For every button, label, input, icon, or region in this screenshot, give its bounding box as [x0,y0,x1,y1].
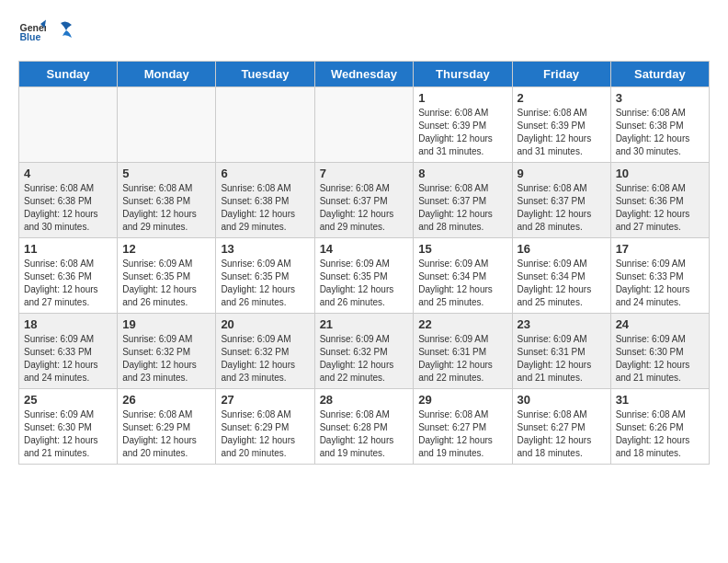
cell-info: Sunrise: 6:09 AMSunset: 6:33 PMDaylight:… [24,333,112,385]
day-number: 4 [24,167,112,180]
calendar-cell: 22Sunrise: 6:09 AMSunset: 6:31 PMDayligh… [414,314,512,389]
weekday-header-thursday: Thursday [414,62,512,87]
calendar-cell: 5Sunrise: 6:08 AMSunset: 6:38 PMDaylight… [118,163,216,238]
cell-info: Sunrise: 6:09 AMSunset: 6:32 PMDaylight:… [221,333,309,385]
day-number: 27 [221,393,309,407]
calendar-week-4: 18Sunrise: 6:09 AMSunset: 6:33 PMDayligh… [19,314,710,389]
weekday-header-row: SundayMondayTuesdayWednesdayThursdayFrid… [19,62,710,87]
cell-info: Sunrise: 6:09 AMSunset: 6:35 PMDaylight:… [221,258,309,309]
calendar-cell: 23Sunrise: 6:09 AMSunset: 6:31 PMDayligh… [512,314,610,389]
weekday-header-wednesday: Wednesday [314,62,414,87]
cell-info: Sunrise: 6:09 AMSunset: 6:32 PMDaylight:… [122,333,210,385]
calendar-cell: 14Sunrise: 6:09 AMSunset: 6:35 PMDayligh… [314,238,414,314]
cell-info: Sunrise: 6:08 AMSunset: 6:38 PMDaylight:… [24,182,112,234]
day-number: 21 [320,317,409,331]
calendar-cell [216,87,314,163]
day-number: 29 [418,393,506,407]
logo-icon: General Blue [18,18,46,46]
weekday-header-saturday: Saturday [610,62,709,87]
calendar-cell: 16Sunrise: 6:09 AMSunset: 6:34 PMDayligh… [512,238,610,314]
calendar-cell: 4Sunrise: 6:08 AMSunset: 6:38 PMDaylight… [19,163,118,238]
calendar-cell: 8Sunrise: 6:08 AMSunset: 6:37 PMDaylight… [414,163,512,238]
day-number: 3 [616,91,704,105]
cell-info: Sunrise: 6:08 AMSunset: 6:37 PMDaylight:… [418,182,506,234]
calendar-table: SundayMondayTuesdayWednesdayThursdayFrid… [18,61,710,465]
cell-info: Sunrise: 6:09 AMSunset: 6:35 PMDaylight:… [122,258,210,309]
cell-info: Sunrise: 6:08 AMSunset: 6:27 PMDaylight:… [418,408,506,460]
calendar-cell: 30Sunrise: 6:08 AMSunset: 6:27 PMDayligh… [512,389,610,465]
day-number: 17 [616,242,704,256]
calendar-cell: 25Sunrise: 6:09 AMSunset: 6:30 PMDayligh… [19,389,118,465]
cell-info: Sunrise: 6:08 AMSunset: 6:29 PMDaylight:… [122,408,210,460]
calendar-cell: 11Sunrise: 6:08 AMSunset: 6:36 PMDayligh… [19,238,118,314]
day-number: 5 [122,167,210,180]
logo-bird-icon [53,19,74,45]
cell-info: Sunrise: 6:09 AMSunset: 6:32 PMDaylight:… [320,333,409,385]
day-number: 1 [418,91,506,105]
calendar-cell: 19Sunrise: 6:09 AMSunset: 6:32 PMDayligh… [118,314,216,389]
cell-info: Sunrise: 6:08 AMSunset: 6:27 PMDaylight:… [518,408,606,460]
day-number: 13 [221,242,309,256]
day-number: 19 [122,317,210,331]
cell-info: Sunrise: 6:08 AMSunset: 6:37 PMDaylight:… [518,182,606,234]
day-number: 11 [24,242,112,256]
weekday-header-friday: Friday [512,62,610,87]
cell-info: Sunrise: 6:08 AMSunset: 6:26 PMDaylight:… [616,408,704,460]
day-number: 6 [221,167,309,180]
calendar-cell: 27Sunrise: 6:08 AMSunset: 6:29 PMDayligh… [216,389,314,465]
logo: General Blue [18,18,74,46]
calendar-cell: 6Sunrise: 6:08 AMSunset: 6:38 PMDaylight… [216,163,314,238]
day-number: 18 [24,317,112,331]
calendar-cell: 29Sunrise: 6:08 AMSunset: 6:27 PMDayligh… [414,389,512,465]
calendar-cell: 1Sunrise: 6:08 AMSunset: 6:39 PMDaylight… [414,87,512,163]
cell-info: Sunrise: 6:09 AMSunset: 6:34 PMDaylight:… [518,258,606,309]
cell-info: Sunrise: 6:08 AMSunset: 6:38 PMDaylight:… [122,182,210,234]
calendar-cell: 10Sunrise: 6:08 AMSunset: 6:36 PMDayligh… [610,163,709,238]
calendar-cell: 15Sunrise: 6:09 AMSunset: 6:34 PMDayligh… [414,238,512,314]
calendar-week-1: 1Sunrise: 6:08 AMSunset: 6:39 PMDaylight… [19,87,710,163]
cell-info: Sunrise: 6:08 AMSunset: 6:28 PMDaylight:… [320,408,409,460]
calendar-cell: 7Sunrise: 6:08 AMSunset: 6:37 PMDaylight… [314,163,414,238]
cell-info: Sunrise: 6:08 AMSunset: 6:37 PMDaylight:… [320,182,409,234]
day-number: 23 [518,317,606,331]
calendar-cell: 26Sunrise: 6:08 AMSunset: 6:29 PMDayligh… [118,389,216,465]
calendar-cell: 20Sunrise: 6:09 AMSunset: 6:32 PMDayligh… [216,314,314,389]
calendar-cell: 12Sunrise: 6:09 AMSunset: 6:35 PMDayligh… [118,238,216,314]
day-number: 9 [518,167,606,180]
calendar-cell: 18Sunrise: 6:09 AMSunset: 6:33 PMDayligh… [19,314,118,389]
day-number: 22 [418,317,506,331]
weekday-header-sunday: Sunday [19,62,118,87]
day-number: 24 [616,317,704,331]
calendar-body: 1Sunrise: 6:08 AMSunset: 6:39 PMDaylight… [19,87,710,465]
calendar-cell: 21Sunrise: 6:09 AMSunset: 6:32 PMDayligh… [314,314,414,389]
day-number: 8 [418,167,506,180]
cell-info: Sunrise: 6:08 AMSunset: 6:29 PMDaylight:… [221,408,309,460]
day-number: 26 [122,393,210,407]
day-number: 20 [221,317,309,331]
weekday-header-tuesday: Tuesday [216,62,314,87]
day-number: 14 [320,242,409,256]
cell-info: Sunrise: 6:09 AMSunset: 6:30 PMDaylight:… [616,333,704,385]
calendar-cell: 9Sunrise: 6:08 AMSunset: 6:37 PMDaylight… [512,163,610,238]
calendar-cell: 13Sunrise: 6:09 AMSunset: 6:35 PMDayligh… [216,238,314,314]
cell-info: Sunrise: 6:08 AMSunset: 6:38 PMDaylight:… [616,107,704,158]
calendar-cell: 2Sunrise: 6:08 AMSunset: 6:39 PMDaylight… [512,87,610,163]
calendar-cell: 31Sunrise: 6:08 AMSunset: 6:26 PMDayligh… [610,389,709,465]
cell-info: Sunrise: 6:09 AMSunset: 6:31 PMDaylight:… [418,333,506,385]
day-number: 30 [518,393,606,407]
calendar-week-3: 11Sunrise: 6:08 AMSunset: 6:36 PMDayligh… [19,238,710,314]
day-number: 2 [518,91,606,105]
calendar-week-5: 25Sunrise: 6:09 AMSunset: 6:30 PMDayligh… [19,389,710,465]
cell-info: Sunrise: 6:08 AMSunset: 6:36 PMDaylight:… [24,258,112,309]
svg-text:Blue: Blue [20,31,41,42]
day-number: 25 [24,393,112,407]
cell-info: Sunrise: 6:09 AMSunset: 6:30 PMDaylight:… [24,408,112,460]
calendar-cell [118,87,216,163]
cell-info: Sunrise: 6:09 AMSunset: 6:33 PMDaylight:… [616,258,704,309]
calendar-week-2: 4Sunrise: 6:08 AMSunset: 6:38 PMDaylight… [19,163,710,238]
cell-info: Sunrise: 6:09 AMSunset: 6:31 PMDaylight:… [518,333,606,385]
day-number: 31 [616,393,704,407]
cell-info: Sunrise: 6:08 AMSunset: 6:38 PMDaylight:… [221,182,309,234]
day-number: 15 [418,242,506,256]
day-number: 28 [320,393,409,407]
